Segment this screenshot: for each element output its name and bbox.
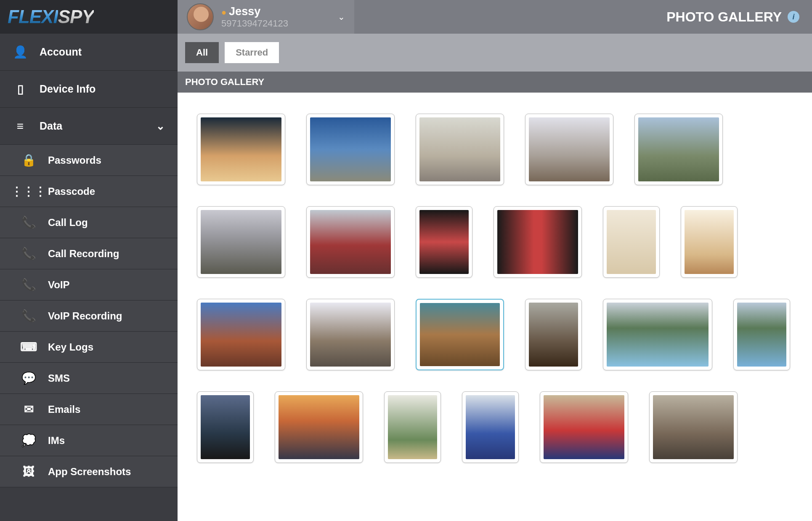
info-icon[interactable]: i [788, 11, 799, 23]
section-header: PHOTO GALLERY [178, 72, 812, 93]
nav-sub-sms[interactable]: 💬SMS [0, 363, 178, 394]
chevron-down-icon: ⌄ [338, 12, 345, 22]
nav-sub-voip[interactable]: 📞VoIP [0, 269, 178, 300]
nav-account[interactable]: 👤Account [0, 34, 178, 71]
tab-all[interactable]: All [185, 42, 219, 63]
avatar [187, 3, 214, 30]
photo-image [310, 210, 391, 274]
header-bar: ●Jessy 5971394724123 ⌄ PHOTO GALLERY i [178, 0, 812, 34]
photo-image [201, 210, 281, 274]
photo-thumb[interactable] [733, 299, 790, 370]
nav-label: Passcode [48, 186, 95, 197]
chevron-down-icon: ⌄ [156, 120, 165, 132]
grid-icon: ⋮⋮⋮ [21, 184, 36, 198]
photo-image [737, 303, 786, 367]
photo-image [201, 395, 250, 459]
voip-rec-icon: 📞 [21, 309, 36, 323]
nav-label: IMs [48, 435, 65, 447]
photo-thumb[interactable] [416, 299, 504, 370]
photo-thumb[interactable] [681, 206, 738, 278]
phone-icon: 📞 [21, 215, 36, 229]
photo-image [544, 395, 624, 459]
photo-thumb[interactable] [649, 391, 738, 463]
nav-label: Call Log [48, 217, 88, 229]
nav-label: VoIP Recording [48, 310, 122, 322]
photo-thumb[interactable] [634, 114, 723, 185]
user-icon: 👤 [13, 45, 28, 59]
user-name: ●Jessy [221, 5, 288, 18]
photo-thumb[interactable] [384, 391, 441, 463]
user-switcher[interactable]: ●Jessy 5971394724123 ⌄ [178, 0, 354, 34]
photo-thumb[interactable] [525, 299, 582, 370]
photo-thumb[interactable] [540, 391, 628, 463]
photo-thumb[interactable] [197, 206, 285, 278]
nav-sub-call-recording[interactable]: 📞Call Recording [0, 238, 178, 269]
nav-label: VoIP [48, 279, 70, 291]
photo-image [420, 303, 500, 366]
photo-image [685, 210, 734, 274]
photo-image [310, 303, 391, 367]
nav-sub-emails[interactable]: ✉Emails [0, 394, 178, 425]
photo-thumb[interactable] [416, 206, 472, 278]
nav-device-info[interactable]: ▯Device Info [0, 71, 178, 108]
photo-image [638, 117, 719, 181]
photo-thumb[interactable] [306, 114, 395, 185]
nav-label: SMS [48, 372, 70, 384]
nav-sub-passwords[interactable]: 🔒Passwords [0, 145, 178, 176]
nav-sub-voip-recording[interactable]: 📞VoIP Recording [0, 300, 178, 332]
nav-data[interactable]: ≡Data⌄ [0, 108, 178, 145]
photo-thumb[interactable] [416, 114, 504, 185]
nav-sub-call-log[interactable]: 📞Call Log [0, 207, 178, 238]
photo-thumb[interactable] [306, 206, 395, 278]
email-icon: ✉ [21, 402, 36, 416]
photo-image [497, 210, 578, 274]
gallery[interactable] [178, 93, 812, 521]
photo-thumb[interactable] [603, 206, 660, 278]
photo-image [607, 210, 656, 274]
nav-label: Call Recording [48, 248, 119, 260]
tab-bar: All Starred [178, 34, 812, 72]
tab-starred[interactable]: Starred [225, 42, 279, 63]
lock-icon: 🔒 [21, 153, 36, 167]
photo-image [201, 303, 281, 367]
nav-sub-ims[interactable]: 💭IMs [0, 425, 178, 456]
photo-thumb[interactable] [197, 391, 254, 463]
photo-image [201, 117, 281, 181]
photo-thumb[interactable] [462, 391, 519, 463]
photo-thumb[interactable] [306, 299, 395, 370]
keyboard-icon: ⌨ [21, 340, 36, 354]
nav-label: Data [40, 120, 62, 132]
photo-thumb[interactable] [275, 391, 363, 463]
nav-sub-passcode[interactable]: ⋮⋮⋮Passcode [0, 176, 178, 207]
device-icon: ▯ [13, 82, 28, 96]
photo-image [388, 395, 437, 459]
photo-image [419, 210, 469, 274]
photo-image [419, 117, 500, 181]
logo[interactable]: FLEXISPY [0, 0, 178, 34]
main-area: ●Jessy 5971394724123 ⌄ PHOTO GALLERY i A… [178, 0, 812, 521]
nav-label: Device Info [40, 83, 96, 95]
photo-thumb[interactable] [525, 114, 613, 185]
logo-text-spy: SPY [58, 6, 94, 27]
photo-thumb[interactable] [494, 206, 582, 278]
sms-icon: 💬 [21, 371, 36, 385]
nav-label: Key Logs [48, 341, 93, 353]
photo-thumb[interactable] [197, 299, 285, 370]
screenshot-icon: 🖼 [21, 465, 36, 478]
nav-label: Emails [48, 404, 80, 415]
page-title: PHOTO GALLERY i [666, 9, 812, 25]
photo-image [279, 395, 359, 459]
photo-thumb[interactable] [197, 114, 285, 185]
photo-image [607, 303, 709, 367]
nav-sub-key-logs[interactable]: ⌨Key Logs [0, 332, 178, 363]
logo-text-flexi: FLEXI [8, 6, 58, 27]
im-icon: 💭 [21, 433, 36, 447]
photo-image [529, 303, 578, 367]
nav-sub-app-screenshots[interactable]: 🖼App Screenshots [0, 456, 178, 487]
status-dot-icon: ● [221, 8, 226, 17]
data-icon: ≡ [13, 120, 28, 133]
photo-thumb[interactable] [603, 299, 712, 370]
nav-label: Account [40, 46, 82, 58]
photo-image [310, 117, 391, 181]
user-id: 5971394724123 [221, 18, 288, 29]
